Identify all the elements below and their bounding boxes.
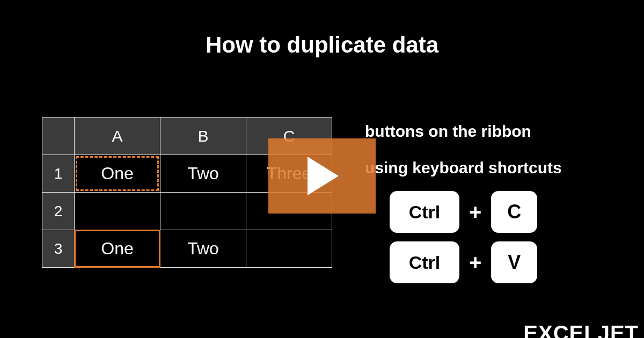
col-header-a: A — [75, 117, 160, 155]
shortcut-paste: Ctrl + V — [390, 241, 537, 283]
key-v: V — [491, 241, 537, 283]
cell-b2[interactable] — [160, 193, 246, 230]
key-ctrl: Ctrl — [390, 191, 459, 233]
sheet-corner — [42, 117, 75, 155]
brand-logo: EXCELJET — [523, 321, 639, 338]
page-title: How to duplicate data — [0, 32, 644, 58]
key-c: C — [491, 191, 537, 233]
row-header-2: 2 — [42, 193, 75, 230]
row-header-1: 1 — [42, 155, 75, 193]
key-ctrl: Ctrl — [390, 241, 459, 283]
cell-b3[interactable]: Two — [160, 230, 246, 268]
cell-b1[interactable]: Two — [160, 155, 246, 193]
cell-a3[interactable]: One — [75, 230, 160, 268]
play-button[interactable] — [268, 138, 376, 214]
caption-ribbon: buttons on the ribbon — [365, 122, 531, 141]
shortcut-copy: Ctrl + C — [390, 191, 537, 233]
cell-value: Two — [187, 239, 219, 258]
caption-shortcuts: using keyboard shortcuts — [365, 159, 562, 177]
svg-marker-0 — [308, 157, 339, 195]
cell-c3[interactable] — [246, 230, 332, 268]
cell-a1[interactable]: One — [75, 155, 160, 193]
row-header-3: 3 — [42, 230, 75, 268]
play-icon — [303, 155, 341, 197]
cell-value: One — [101, 239, 133, 258]
cell-value: Two — [187, 164, 219, 183]
cell-a2[interactable] — [75, 193, 160, 230]
plus-icon: + — [469, 200, 481, 224]
col-header-b: B — [160, 117, 246, 155]
plus-icon: + — [469, 251, 481, 275]
cell-value: One — [101, 164, 133, 183]
